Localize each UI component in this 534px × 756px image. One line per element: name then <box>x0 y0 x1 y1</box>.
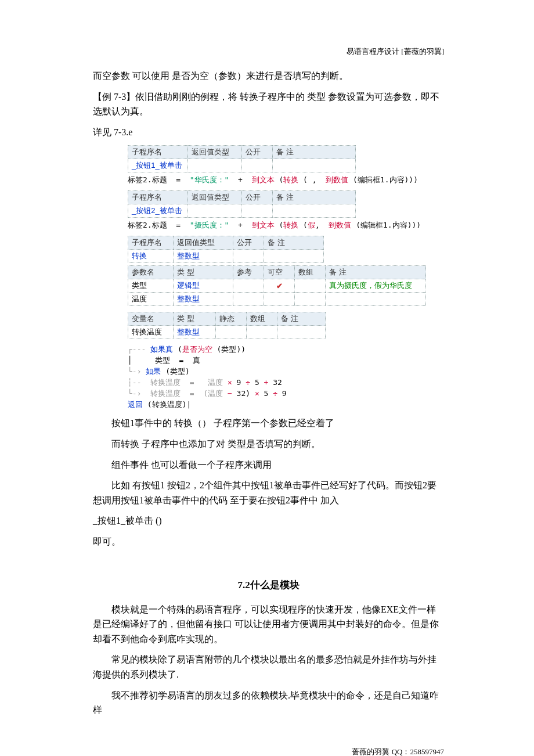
table-row: _按钮1_被单击 <box>128 159 356 172</box>
th: 备 注 <box>277 312 326 326</box>
section-heading: 7.2什么是模块 <box>93 578 444 592</box>
th: 子程序名 <box>128 191 188 204</box>
paragraph: 我不推荐初学易语言的朋友过多的依赖模块.毕竟模块中的命令，还是自己知道咋样 <box>93 688 444 718</box>
paragraph: 即可。 <box>93 534 444 549</box>
cell <box>188 204 242 218</box>
cell: 转换 <box>128 250 174 263</box>
cell <box>233 279 264 293</box>
th: 返回值类型 <box>188 146 242 159</box>
th: 返回值类型 <box>174 236 233 250</box>
th: 类 型 <box>174 312 216 326</box>
code-line: └-› 如果 (类型) <box>128 366 444 377</box>
code-line: └-› 转换温度 = (温度 − 32) × 5 ÷ 9 <box>128 388 444 399</box>
cell <box>233 293 264 306</box>
cell <box>295 293 326 306</box>
th: 参数名 <box>128 266 174 279</box>
code-line: 标签2.标题 = "华氏度：" + 到文本 (转换 ( , 到数值 (编辑框1.… <box>128 175 444 185</box>
cell <box>264 250 324 263</box>
paragraph: 模块就是一个特殊的易语言程序，可以实现程序的快速开发，他像EXE文件一样是已经编… <box>93 602 444 647</box>
th: 数组 <box>295 266 326 279</box>
cell <box>242 204 273 218</box>
th: 静态 <box>216 312 247 326</box>
cell: ✔ <box>264 279 295 293</box>
table-row: 转换温度 整数型 <box>128 326 326 339</box>
cell: 逻辑型 <box>174 279 233 293</box>
th: 公开 <box>233 236 264 250</box>
paragraph: 而转换 子程序中也添加了对 类型是否填写的判断。 <box>93 437 444 452</box>
sub-table-3: 子程序名 返回值类型 公开 备 注 转换 整数型 <box>128 236 324 263</box>
code-line: ┌--- 如果真 (是否为空 (类型)) <box>128 344 444 355</box>
page-header: 易语言程序设计 [蔷薇的羽翼] <box>93 46 444 57</box>
th: 返回值类型 <box>188 191 242 204</box>
th: 数组 <box>247 312 277 326</box>
paragraph: 【例 7-3】依旧借助刚刚的例程，将 转换子程序中的 类型 参数设置为可选参数，… <box>93 89 444 119</box>
th: 公开 <box>242 191 273 204</box>
cell: 整数型 <box>174 326 216 339</box>
cell <box>242 159 273 172</box>
code-line: ┆-- 转换温度 = 温度 × 9 ÷ 5 + 32 <box>128 377 444 388</box>
table-row: 温度 整数型 <box>128 293 426 306</box>
th: 参考 <box>233 266 264 279</box>
paragraph: _按钮1_被单击 () <box>93 513 444 528</box>
page-footer: 蔷薇的羽翼 QQ：258597947 <box>93 747 444 756</box>
th: 备 注 <box>273 146 356 159</box>
th: 可空 <box>264 266 295 279</box>
paragraph: 而空参数 可以使用 是否为空（参数）来进行是否填写的判断。 <box>93 69 444 84</box>
paragraph: 组件事件 也可以看做一个子程序来调用 <box>93 458 444 473</box>
sub-table-2: 子程序名 返回值类型 公开 备 注 _按钮2_被单击 <box>128 190 356 218</box>
paragraph: 按钮1事件中的 转换（） 子程序第一个参数已经空着了 <box>93 416 444 431</box>
table-row: _按钮2_被单击 <box>128 204 356 218</box>
cell <box>233 250 264 263</box>
paragraph: 比如 有按钮1 按钮2，2个组件其中按钮1被单击事件已经写好了代码。而按钮2要想… <box>93 478 444 507</box>
th: 子程序名 <box>128 146 188 159</box>
cell: 整数型 <box>174 293 233 306</box>
paragraph: 详见 7-3.e <box>93 125 444 140</box>
cell: 温度 <box>128 293 174 306</box>
th: 类 型 <box>174 266 233 279</box>
th: 变量名 <box>128 312 174 326</box>
cell <box>326 293 426 306</box>
th: 公开 <box>242 146 273 159</box>
code-screenshot: 子程序名 返回值类型 公开 备 注 _按钮1_被单击 标签2.标题 = "华氏度… <box>128 145 444 410</box>
cell: 转换温度 <box>128 326 174 339</box>
cell <box>216 326 247 339</box>
cell: _按钮1_被单击 <box>128 159 188 172</box>
code-line: 标签2.标题 = "摄氏度：" + 到文本 (转换 (假, 到数值 (编辑框1.… <box>128 220 444 231</box>
cell <box>273 159 356 172</box>
th: 备 注 <box>273 191 356 204</box>
code-line: │ 类型 = 真 <box>128 355 444 366</box>
cell <box>277 326 326 339</box>
cell <box>273 204 356 218</box>
cell <box>264 293 295 306</box>
th: 备 注 <box>326 266 426 279</box>
cell <box>188 159 242 172</box>
paragraph: 常见的模块除了易语言附带的几个模块以最出名的最多恐怕就是外挂作坊与外挂海提供的系… <box>93 652 444 682</box>
th: 备 注 <box>264 236 324 250</box>
table-row: 转换 整数型 <box>128 250 324 263</box>
cell <box>295 279 326 293</box>
code-line: 返回 (转换温度)| <box>128 399 444 410</box>
var-table: 变量名 类 型 静态 数组 备 注 转换温度 整数型 <box>128 312 326 339</box>
cell: 整数型 <box>174 250 233 263</box>
sub-table-1: 子程序名 返回值类型 公开 备 注 _按钮1_被单击 <box>128 145 356 172</box>
cell: _按钮2_被单击 <box>128 204 188 218</box>
check-icon: ✔ <box>268 282 291 290</box>
cell: 类型 <box>128 279 174 293</box>
th: 子程序名 <box>128 236 174 250</box>
cell <box>247 326 277 339</box>
cell: 真为摄氏度，假为华氏度 <box>326 279 426 293</box>
table-row: 类型 逻辑型 ✔ 真为摄氏度，假为华氏度 <box>128 279 426 293</box>
param-table: 参数名 类 型 参考 可空 数组 备 注 类型 逻辑型 ✔ 真为摄氏度，假为华氏… <box>128 265 426 306</box>
